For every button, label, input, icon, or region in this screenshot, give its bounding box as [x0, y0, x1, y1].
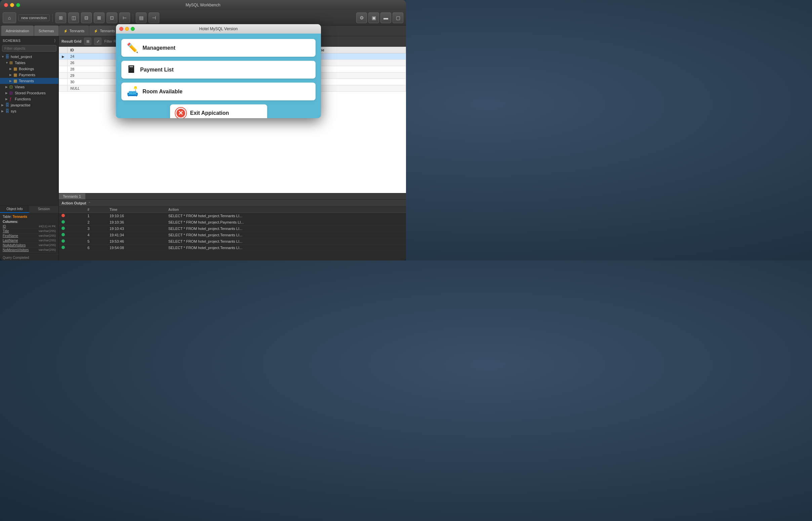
object-info-content: Table: Tennants Columns: ID int(11) AI P… [0, 213, 59, 254]
tree-toggle-tennants[interactable]: ▶ [9, 79, 14, 83]
tab-administration[interactable]: Administration [1, 25, 34, 36]
action-text: SELECT * FROM hotel_project.Tennants LI.… [166, 213, 406, 219]
tree-toggle-java[interactable]: ▶ [1, 104, 5, 107]
tab-session[interactable]: Session [29, 206, 59, 213]
view-btn-3[interactable]: ▢ [392, 13, 403, 23]
tree-label-javapractise: javapractise [11, 103, 57, 107]
room-available-button[interactable]: 🛋️ Room Available [121, 83, 316, 100]
tree-item-stored-procedures[interactable]: ▶ ⊟ Stored Procedures [0, 90, 59, 96]
overlay-title: Hotel MySQL Version [199, 26, 238, 31]
action-table: # Time Action 1 19:10:16 SELECT * FROM h… [59, 207, 406, 251]
tree-item-tennants[interactable]: ▶ ▦ Tennants [0, 78, 59, 84]
status-ok-icon [62, 246, 65, 249]
sidebar-expand-icon[interactable]: ⟩ [54, 38, 56, 43]
toolbar-btn-5[interactable]: ⊡ [107, 13, 117, 23]
tab-tennants-2[interactable]: ⚡ Tennants [89, 25, 119, 36]
col-type-firstname: varchar(255) [39, 234, 56, 238]
payment-list-button[interactable]: 🖩 Payment List [121, 61, 316, 78]
status-cell [59, 219, 85, 226]
action-row[interactable]: 6 19:54:08 SELECT * FROM hotel_project.T… [59, 245, 406, 251]
tree-toggle-views[interactable]: ▶ [5, 85, 9, 89]
tab-schemas[interactable]: Schemas [34, 25, 59, 36]
tab-object-info[interactable]: Object Info [0, 206, 29, 213]
action-row[interactable]: 1 19:10:16 SELECT * FROM hotel_project.T… [59, 213, 406, 219]
views-icon: ⊡ [9, 85, 15, 89]
grid-tab-tennants1[interactable]: Tennants 1 [59, 194, 85, 199]
tree-toggle-payments[interactable]: ▶ [9, 73, 14, 76]
title-bar: MySQL Workbench [0, 0, 406, 10]
view-btn-1[interactable]: ▣ [368, 13, 379, 23]
maximize-button[interactable] [16, 3, 20, 7]
view-btn-2[interactable]: ▬ [381, 13, 391, 23]
tree-item-sys[interactable]: ▶ 🗄 sys [0, 108, 59, 114]
close-button[interactable] [4, 3, 8, 7]
action-row[interactable]: 2 19:10:36 SELECT * FROM hotel_project.P… [59, 219, 406, 226]
action-row[interactable]: 4 19:41:34 SELECT * FROM hotel_project.T… [59, 232, 406, 239]
tree-item-javapractise[interactable]: ▶ 🗄 javapractise [0, 102, 59, 108]
new-connection-button[interactable]: new connection [18, 15, 50, 21]
tree-item-functions[interactable]: ▶ ƒ Functions [0, 96, 59, 102]
minimize-button[interactable] [10, 3, 14, 7]
filter-input[interactable] [2, 45, 57, 52]
tree-item-hotel-project[interactable]: ▼ 🗄 hotel_project [0, 54, 59, 60]
status-cell [59, 239, 85, 245]
overlay-content: ✏️ Management 🖩 Payment List 🛋️ Room Ava… [116, 33, 321, 118]
tree-toggle-hotel[interactable]: ▼ [1, 55, 5, 59]
action-row[interactable]: 5 19:53:46 SELECT * FROM hotel_project.T… [59, 239, 406, 245]
status-cell [59, 245, 85, 251]
row-indicator [59, 79, 68, 85]
action-text: SELECT * FROM hotel_project.Tennants LI.… [166, 226, 406, 232]
traffic-lights[interactable] [4, 3, 20, 7]
sidebar: SCHEMAS ⟩ ▼ 🗄 hotel_project ▼ ⊞ Tables [0, 36, 59, 260]
overlay-close-button[interactable] [119, 27, 123, 31]
exit-button[interactable]: ✕ Exit Appication [170, 105, 267, 118]
query-status: Query Completed [0, 254, 59, 260]
toolbar-btn-8[interactable]: ⊣ [149, 13, 159, 23]
tab-schemas-label: Schemas [39, 29, 54, 33]
tree-item-views[interactable]: ▶ ⊡ Views [0, 84, 59, 90]
action-output-toggle[interactable]: ⌃ [88, 201, 91, 205]
toolbar-btn-3[interactable]: ⊟ [81, 13, 92, 23]
overlay-traffic-lights[interactable] [119, 27, 135, 31]
toolbar-btn-4[interactable]: ⊠ [94, 13, 105, 23]
tree-toggle-sys[interactable]: ▶ [1, 109, 5, 113]
grid-view-btn[interactable]: ⊞ [84, 38, 91, 45]
status-cell [59, 213, 85, 219]
toolbar-btn-1[interactable]: ⊞ [56, 13, 66, 23]
javapractise-icon: 🗄 [5, 103, 11, 108]
form-view-btn[interactable]: ⤢ [94, 38, 102, 45]
management-button[interactable]: ✏️ Management [121, 39, 316, 57]
columns-section-label: Columns: [3, 220, 56, 224]
toolbar-btn-6[interactable]: ⊢ [119, 13, 130, 23]
settings-button[interactable]: ⚙ [356, 13, 367, 23]
col-row-lastname: LastName varchar(255) [3, 239, 56, 243]
sidebar-bottom: Object Info Session Table: Tennants Colu… [0, 205, 59, 260]
tree-label-bookings: Bookings [19, 67, 57, 71]
lightning-icon-1: ⚡ [64, 29, 68, 33]
col-name-lastname: LastName [3, 239, 18, 242]
col-row-noadult: NoAdultVisitors varchar(255) [3, 243, 56, 248]
tree-toggle-bookings[interactable]: ▶ [9, 67, 14, 70]
action-col-time: Time [107, 207, 166, 213]
overlay-maximize-button[interactable] [131, 27, 135, 31]
table-name: Tennants [13, 215, 27, 219]
action-row[interactable]: 3 19:10:43 SELECT * FROM hotel_project.T… [59, 226, 406, 232]
tree-toggle-tables[interactable]: ▼ [5, 61, 9, 65]
main-toolbar: ⌂ new connection ⊞ ◫ ⊟ ⊠ ⊡ ⊢ ▤ ⊣ ⚙ ▣ ▬ ▢ [0, 10, 406, 25]
tree-toggle-functions[interactable]: ▶ [5, 97, 9, 101]
col-row-firstname: FirstName varchar(255) [3, 234, 56, 239]
lightning-icon-2: ⚡ [94, 29, 98, 33]
tree-item-bookings[interactable]: ▶ ▦ Bookings [0, 66, 59, 72]
toolbar-btn-2[interactable]: ◫ [68, 13, 79, 23]
toolbar-btn-7[interactable]: ▤ [136, 13, 147, 23]
action-text: SELECT * FROM hotel_project.Tennants LI.… [166, 239, 406, 245]
home-button[interactable]: ⌂ [3, 13, 16, 23]
tree-toggle-procs[interactable]: ▶ [5, 91, 9, 95]
status-ok-icon [62, 227, 65, 230]
tab-tennants-1[interactable]: ⚡ Tennants [59, 25, 89, 36]
tree-item-payments[interactable]: ▶ ▦ Payments [0, 72, 59, 78]
tree-item-tables[interactable]: ▼ ⊞ Tables [0, 60, 59, 66]
overlay-minimize-button[interactable] [125, 27, 129, 31]
action-text: SELECT * FROM hotel_project.Tennants LI.… [166, 232, 406, 239]
col-name-id: ID [3, 225, 6, 228]
